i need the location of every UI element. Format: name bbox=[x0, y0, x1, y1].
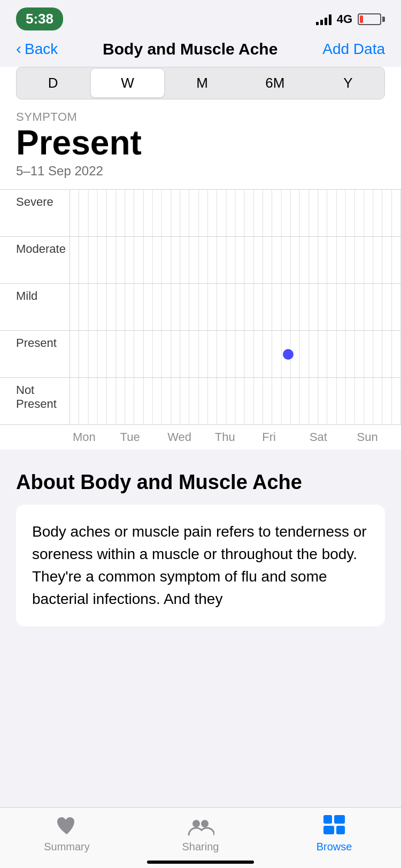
signal-icon bbox=[316, 13, 331, 25]
chart-day-label: Wed bbox=[164, 430, 212, 444]
svg-rect-3 bbox=[334, 815, 345, 824]
chart-day-label: Sun bbox=[353, 430, 401, 444]
symptom-date-range: 5–11 Sep 2022 bbox=[16, 164, 385, 179]
symptom-section: SYMPTOM Present 5–11 Sep 2022 bbox=[0, 99, 401, 179]
chart-row-severe: Severe bbox=[0, 190, 401, 237]
svg-point-1 bbox=[201, 820, 209, 827]
status-bar: 5:38 4G bbox=[0, 0, 401, 35]
svg-rect-5 bbox=[336, 826, 345, 834]
heart-icon bbox=[53, 814, 81, 838]
chart-row-label: Moderate bbox=[0, 237, 70, 256]
back-label: Back bbox=[25, 41, 58, 58]
svg-point-0 bbox=[192, 820, 200, 827]
page-title: Body and Muscle Ache bbox=[103, 40, 277, 58]
about-section: About Body and Muscle Ache Body aches or… bbox=[0, 449, 401, 637]
chart-day-label: Sat bbox=[306, 430, 354, 444]
chart-row-label: Present bbox=[0, 331, 70, 350]
tab-label-summary: Summary bbox=[44, 841, 90, 853]
time-range-selector[interactable]: DWM6MY bbox=[16, 67, 385, 99]
browse-icon bbox=[320, 814, 348, 838]
chart-row-content bbox=[70, 284, 401, 330]
about-paragraph: They're a common symptom of flu and some… bbox=[32, 565, 369, 610]
time-option-6m[interactable]: 6M bbox=[238, 67, 311, 99]
chart-row-present: Present bbox=[0, 331, 401, 378]
svg-rect-2 bbox=[323, 815, 332, 824]
symptom-value: Present bbox=[16, 124, 385, 161]
tab-label-browse: Browse bbox=[317, 841, 352, 853]
status-time: 5:38 bbox=[16, 7, 63, 30]
back-button[interactable]: ‹ Back bbox=[16, 41, 58, 58]
network-label: 4G bbox=[337, 12, 352, 26]
time-option-y[interactable]: Y bbox=[312, 67, 384, 99]
data-point bbox=[283, 349, 294, 360]
time-option-w[interactable]: W bbox=[91, 69, 164, 97]
chart-row-mild: Mild bbox=[0, 284, 401, 331]
nav-bar: ‹ Back Body and Muscle Ache Add Data bbox=[0, 35, 401, 67]
about-card: Body aches or muscle pain refers to tend… bbox=[16, 505, 385, 626]
chart-day-label: Fri bbox=[259, 430, 306, 444]
symptom-label: SYMPTOM bbox=[16, 110, 385, 124]
tab-sharing[interactable]: Sharing bbox=[134, 814, 267, 853]
add-data-button[interactable]: Add Data bbox=[322, 41, 385, 58]
chart-day-label: Tue bbox=[117, 430, 165, 444]
chart-day-label: Mon bbox=[70, 430, 117, 444]
chart-row-content bbox=[70, 378, 401, 424]
chart-row-label: Not Present bbox=[0, 378, 70, 411]
chart-day-label: Thu bbox=[212, 430, 259, 444]
chevron-left-icon: ‹ bbox=[16, 40, 21, 58]
time-option-m[interactable]: M bbox=[166, 67, 238, 99]
chart-row-moderate: Moderate bbox=[0, 237, 401, 284]
tab-browse[interactable]: Browse bbox=[267, 814, 401, 853]
chart-row-label: Severe bbox=[0, 190, 70, 209]
battery-icon bbox=[358, 13, 385, 25]
about-title: About Body and Muscle Ache bbox=[16, 471, 385, 494]
status-right: 4G bbox=[316, 12, 385, 26]
chart-row-content bbox=[70, 190, 401, 236]
main-content: DWM6MY SYMPTOM Present 5–11 Sep 2022 Sev… bbox=[0, 67, 401, 449]
chart-row-label: Mild bbox=[0, 284, 70, 303]
chart-row-content bbox=[70, 331, 401, 377]
chart-row-content bbox=[70, 237, 401, 283]
tab-summary[interactable]: Summary bbox=[0, 814, 134, 853]
chart-row-not-present: Not Present bbox=[0, 378, 401, 425]
about-paragraph: Body aches or muscle pain refers to tend… bbox=[32, 521, 369, 565]
tab-bar: Summary Sharing Browse bbox=[0, 807, 401, 868]
symptom-chart: SevereModerateMildPresentNot Present Mon… bbox=[0, 189, 401, 449]
svg-rect-4 bbox=[323, 826, 334, 834]
tab-label-sharing: Sharing bbox=[182, 841, 219, 853]
home-indicator bbox=[147, 861, 254, 864]
sharing-icon bbox=[187, 814, 214, 838]
time-option-d[interactable]: D bbox=[17, 67, 89, 99]
